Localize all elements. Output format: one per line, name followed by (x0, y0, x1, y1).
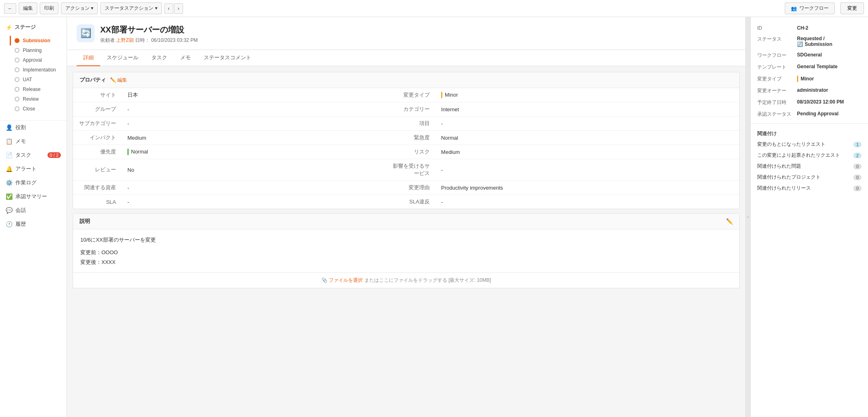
status-sub-icon: 🔄 (797, 41, 803, 47)
menu-item-label: 作業ログ (15, 179, 37, 186)
stage-dot (15, 77, 19, 82)
back-button[interactable]: ← (4, 3, 16, 14)
tab-メモ[interactable]: メモ (174, 50, 197, 66)
action-button[interactable]: アクション ▾ (61, 2, 98, 14)
stage-dot (15, 106, 19, 111)
assoc-label: この変更により起票されたリクエスト (757, 152, 840, 159)
stage-dot (15, 97, 19, 102)
stage-item-approval[interactable]: Approval (10, 55, 67, 65)
stage-dot (15, 67, 19, 72)
menu-item-icon: 💬 (6, 207, 12, 214)
assoc-label: 関連付けられたプロジェクト (757, 174, 821, 181)
template-row: テンプレート General Template (751, 61, 868, 73)
assoc-row[interactable]: 関連付けられたリリース0 (751, 183, 868, 194)
table-row: インパクトMedium緊急度Normal (73, 131, 739, 145)
right-panel-wrapper: › ID CH-2 ステータス Requested / 🔄 Submission… (745, 17, 868, 417)
sidebar-menu-item-アラート[interactable]: 🔔アラート (0, 162, 67, 176)
change-button[interactable]: 変更 (840, 2, 864, 14)
properties-title: プロパティ (80, 76, 106, 84)
assoc-row[interactable]: 変更のもとになったリクエスト1 (751, 139, 868, 150)
stage-item-close[interactable]: Close (10, 104, 67, 114)
menu-item-badge: 0 / 2 (47, 152, 61, 158)
record-title: XX部署サーバーの増設 (100, 24, 198, 35)
stage-label: UAT (23, 77, 32, 82)
edit-button[interactable]: 編集 (19, 2, 37, 14)
main-layout: ⚡ ステージ SubmissionPlanningApprovalImpleme… (0, 17, 868, 417)
assoc-row[interactable]: 関連付けられたプロジェクト0 (751, 172, 868, 183)
table-row: サブカテゴリー-項目- (73, 117, 739, 131)
assoc-count: 0 (853, 164, 862, 169)
file-select-link[interactable]: ファイルを選択 (329, 277, 363, 283)
properties-table: サイト日本変更タイプMinorグループ-カテゴリーInternetサブカテゴリー… (73, 88, 739, 209)
owner-row: 変更オーナー administrator (751, 85, 868, 97)
sidebar-menu-item-作業ログ[interactable]: ⚙️作業ログ (0, 176, 67, 190)
menu-item-label: 履歴 (15, 220, 26, 228)
table-row: サイト日本変更タイプMinor (73, 88, 739, 102)
priority-bar (127, 149, 129, 155)
table-row: レビューNo影響を受けるサービス- (73, 159, 739, 181)
assoc-row[interactable]: この変更により起票されたリクエスト2 (751, 150, 868, 161)
sidebar-menu-item-タスク[interactable]: 📄タスク0 / 2 (0, 148, 67, 162)
properties-card: プロパティ ✏️ 編集 サイト日本変更タイプMinorグループ-カテゴリーInt… (73, 72, 740, 209)
print-button[interactable]: 印刷 (40, 2, 58, 14)
assoc-label: 関連付けられた問題 (757, 163, 801, 170)
properties-header: プロパティ ✏️ 編集 (73, 72, 739, 88)
record-type-icon: 🔄 (80, 28, 91, 39)
description-content: 10/6にXX部署のサーバーを変更 変更前：OOOO 変更後：XXXX (73, 229, 739, 272)
properties-edit-link[interactable]: ✏️ 編集 (110, 77, 127, 84)
description-edit-icon[interactable]: ✏️ (726, 218, 733, 225)
assoc-count: 1 (853, 142, 862, 147)
nav-buttons: ‹ › (164, 3, 183, 14)
assoc-label: 変更のもとになったリクエスト (757, 141, 825, 148)
change-type-row: 変更タイプ Minor (751, 73, 868, 85)
workflow-button[interactable]: 👥 ワークフロー (785, 2, 835, 14)
status-action-button[interactable]: ステータスアクション ▾ (100, 2, 162, 14)
sidebar-menu-item-会話[interactable]: 💬会話 (0, 203, 67, 217)
panel-toggle[interactable]: › (745, 17, 750, 417)
sidebar-menu-item-承認サマリー[interactable]: ✅承認サマリー (0, 190, 67, 203)
menu-item-icon: ⚙️ (6, 179, 12, 186)
stage-item-implementation[interactable]: Implementation (10, 65, 67, 75)
workflow-row: ワークフロー SDGeneral (751, 50, 868, 61)
stage-section-title: ⚡ ステージ (0, 20, 67, 34)
tab-スケジュール[interactable]: スケジュール (100, 50, 145, 66)
requester-link[interactable]: 上野Z顕 (116, 37, 134, 43)
assoc-section-label: 関連付け (751, 127, 868, 139)
sidebar-menu-item-履歴[interactable]: 🕐履歴 (0, 217, 67, 231)
sidebar-menu-item-メモ[interactable]: 📋メモ (0, 134, 67, 148)
change-type-bar (441, 92, 442, 98)
workflow-icon: 👥 (791, 6, 797, 11)
file-upload-area[interactable]: 📎 ファイルを選択 またはここにファイルをドラッグする [最大サイズ: 10MB… (73, 272, 739, 288)
stage-item-planning[interactable]: Planning (10, 45, 67, 55)
menu-item-icon: 📄 (6, 152, 12, 158)
stage-item-uat[interactable]: UAT (10, 75, 67, 84)
tab-ステータスコメント[interactable]: ステータスコメント (197, 50, 258, 66)
assoc-row[interactable]: 関連付けられた問題0 (751, 161, 868, 172)
next-button[interactable]: › (174, 3, 183, 14)
menu-item-label: 会話 (15, 207, 26, 214)
menu-item-icon: 👤 (6, 124, 12, 131)
stage-item-release[interactable]: Release (10, 84, 67, 94)
description-title: 説明 (80, 218, 90, 225)
record-icon: 🔄 (77, 24, 95, 42)
menu-item-label: 承認サマリー (15, 193, 47, 200)
assoc-label: 関連付けられたリリース (757, 185, 811, 192)
stage-label: Review (23, 96, 39, 102)
sidebar-menu-item-役割[interactable]: 👤役割 (0, 121, 67, 134)
menu-item-icon: ✅ (6, 193, 12, 200)
record-header: 🔄 XX部署サーバーの増設 依頼者 上野Z顕 日時： 06/10/2023 03… (67, 17, 745, 50)
tab-詳細[interactable]: 詳細 (77, 50, 100, 66)
sidebar: ⚡ ステージ SubmissionPlanningApprovalImpleme… (0, 17, 67, 417)
table-row: グループ-カテゴリーInternet (73, 102, 739, 117)
end-date-row: 予定終了日時 08/10/2023 12:00 PM (751, 97, 868, 108)
tab-タスク[interactable]: タスク (145, 50, 174, 66)
record-meta: 依頼者 上野Z顕 日時： 06/10/2023 03:32 PM (100, 37, 198, 44)
content-area: 🔄 XX部署サーバーの増設 依頼者 上野Z顕 日時： 06/10/2023 03… (67, 17, 745, 417)
description-card: 説明 ✏️ 10/6にXX部署のサーバーを変更 変更前：OOOO 変更後：XXX… (73, 213, 740, 288)
table-row: 関連する資産-変更理由Productivity improvements (73, 181, 739, 195)
menu-item-label: メモ (15, 138, 26, 145)
stage-item-submission[interactable]: Submission (10, 36, 67, 45)
prev-button[interactable]: ‹ (164, 3, 173, 14)
assoc-count: 2 (853, 153, 862, 158)
stage-item-review[interactable]: Review (10, 94, 67, 104)
